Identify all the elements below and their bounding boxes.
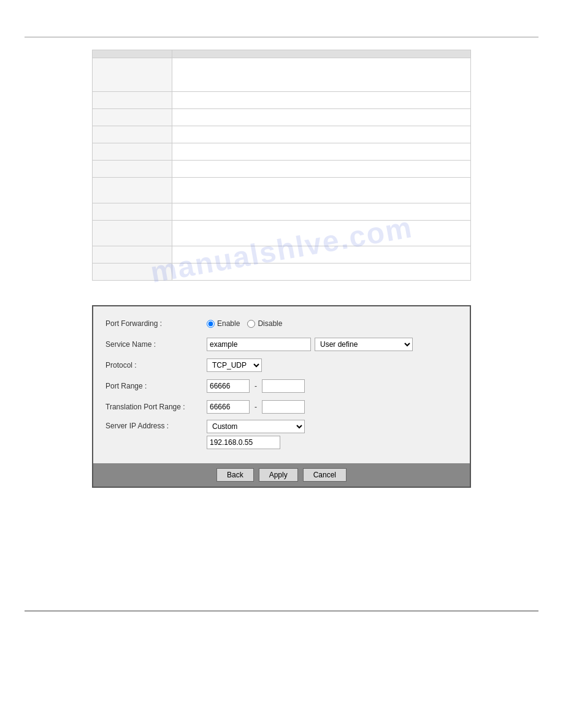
table-row — [93, 58, 471, 92]
row-label — [93, 143, 172, 161]
row-label — [93, 246, 172, 264]
row-label — [93, 58, 172, 92]
disable-label: Disable — [258, 319, 282, 328]
port-range-separator: - — [255, 382, 257, 390]
col1-header — [93, 50, 172, 58]
user-define-select[interactable]: User define — [315, 338, 413, 351]
row-label — [93, 126, 172, 143]
cancel-button[interactable]: Cancel — [303, 468, 347, 482]
protocol-label: Protocol : — [105, 361, 207, 370]
row-value — [172, 246, 471, 264]
translation-port-end-input[interactable] — [262, 400, 305, 414]
table-row — [93, 161, 471, 178]
dialog-section: Port Forwarding : Enable Disable Service… — [92, 305, 471, 488]
table-row — [93, 221, 471, 246]
row-value — [172, 203, 471, 221]
disable-radio[interactable] — [247, 320, 255, 328]
bottom-divider — [25, 610, 538, 612]
row-value — [172, 109, 471, 126]
dialog-footer: Back Apply Cancel — [93, 463, 470, 487]
server-ip-input[interactable] — [207, 436, 280, 449]
row-value — [172, 143, 471, 161]
port-forwarding-label: Port Forwarding : — [105, 319, 207, 328]
server-ip-label: Server IP Address : — [105, 420, 207, 430]
translation-port-range-label: Translation Port Range : — [105, 403, 207, 411]
table-row — [93, 178, 471, 203]
service-name-label: Service Name : — [105, 340, 207, 349]
row-label — [93, 178, 172, 203]
port-range-end-input[interactable] — [262, 379, 305, 393]
data-table — [92, 50, 471, 281]
protocol-controls: TCP_UDP TCP UDP — [207, 358, 262, 372]
top-divider — [25, 37, 538, 37]
table-row — [93, 143, 471, 161]
row-value — [172, 264, 471, 281]
server-ip-select[interactable]: Custom — [207, 420, 305, 433]
row-value — [172, 58, 471, 92]
table-row — [93, 92, 471, 109]
protocol-row: Protocol : TCP_UDP TCP UDP — [105, 357, 458, 373]
table-row — [93, 246, 471, 264]
table-row — [93, 264, 471, 281]
enable-label: Enable — [217, 319, 240, 328]
enable-radio-option[interactable]: Enable — [207, 319, 240, 328]
row-label — [93, 203, 172, 221]
disable-radio-option[interactable]: Disable — [247, 319, 282, 328]
row-label — [93, 264, 172, 281]
server-ip-row: Server IP Address : Custom — [105, 420, 458, 449]
table-row — [93, 109, 471, 126]
row-label — [93, 109, 172, 126]
translation-port-separator: - — [255, 403, 257, 411]
col2-header — [172, 50, 471, 58]
port-forwarding-radio-group: Enable Disable — [207, 319, 282, 328]
translation-port-range-row: Translation Port Range : - — [105, 399, 458, 415]
apply-button[interactable]: Apply — [259, 468, 298, 482]
back-button[interactable]: Back — [216, 468, 254, 482]
protocol-select[interactable]: TCP_UDP TCP UDP — [207, 358, 262, 372]
port-range-row: Port Range : - — [105, 378, 458, 394]
service-name-row: Service Name : User define — [105, 336, 458, 352]
row-label — [93, 221, 172, 246]
table-section — [92, 50, 471, 281]
service-name-input[interactable] — [207, 338, 311, 351]
table-row — [93, 203, 471, 221]
row-value — [172, 92, 471, 109]
dialog-box: Port Forwarding : Enable Disable Service… — [92, 305, 471, 488]
translation-port-range-controls: - — [207, 400, 305, 414]
row-value — [172, 178, 471, 203]
enable-radio[interactable] — [207, 320, 215, 328]
row-label — [93, 161, 172, 178]
translation-port-start-input[interactable] — [207, 400, 250, 414]
row-value — [172, 221, 471, 246]
server-ip-controls: Custom — [207, 420, 305, 449]
port-range-start-input[interactable] — [207, 379, 250, 393]
row-value — [172, 161, 471, 178]
row-value — [172, 126, 471, 143]
table-row — [93, 126, 471, 143]
port-range-label: Port Range : — [105, 382, 207, 390]
dialog-content: Port Forwarding : Enable Disable Service… — [93, 306, 470, 463]
server-ip-dropdown-row: Custom — [207, 420, 305, 433]
service-name-controls: User define — [207, 338, 413, 351]
port-range-controls: - — [207, 379, 305, 393]
port-forwarding-row: Port Forwarding : Enable Disable — [105, 316, 458, 332]
row-label — [93, 92, 172, 109]
server-ip-input-row — [207, 436, 305, 449]
